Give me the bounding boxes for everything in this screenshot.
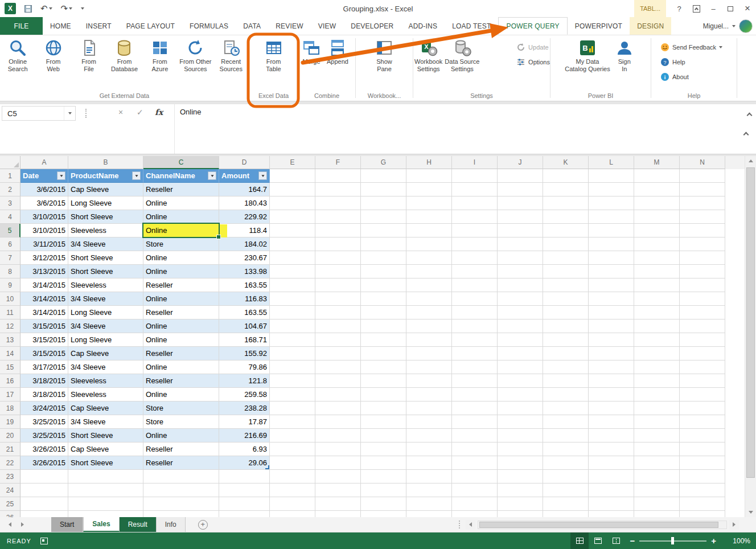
cell-K22[interactable]: [543, 456, 589, 470]
cell-L14[interactable]: [589, 347, 634, 360]
column-header-K[interactable]: K: [543, 156, 589, 169]
row-header-12[interactable]: 12: [0, 319, 20, 333]
cell-A3[interactable]: 3/6/2015: [20, 196, 68, 210]
cell-F22[interactable]: [315, 456, 361, 470]
cell-A13[interactable]: 3/15/2015: [20, 333, 68, 347]
hscroll-right-icon[interactable]: [729, 520, 739, 530]
cell-K11[interactable]: [543, 306, 589, 319]
row-header-8[interactable]: 8: [0, 265, 20, 278]
zoom-out-icon[interactable]: −: [625, 536, 639, 546]
row-header-20[interactable]: 20: [0, 429, 20, 443]
cell-J16[interactable]: [498, 374, 543, 388]
cell-A1[interactable]: Date: [20, 169, 68, 183]
cell-N20[interactable]: [680, 429, 725, 443]
maximize-icon[interactable]: [722, 0, 739, 17]
cell-F15[interactable]: [315, 360, 361, 374]
save-icon[interactable]: [24, 5, 32, 13]
cancel-icon[interactable]: ×: [118, 108, 123, 117]
insert-function-icon[interactable]: fx: [155, 108, 163, 117]
cell-K23[interactable]: [543, 470, 589, 484]
cell-C8[interactable]: Online: [143, 265, 219, 278]
column-header-J[interactable]: J: [498, 156, 543, 169]
column-header-N[interactable]: N: [680, 156, 725, 169]
cell-E23[interactable]: [270, 470, 315, 484]
row-header-7[interactable]: 7: [0, 251, 20, 265]
cell-I10[interactable]: [452, 292, 498, 306]
cell-L4[interactable]: [589, 210, 634, 224]
cell-I19[interactable]: [452, 415, 498, 429]
cell-A15[interactable]: 3/17/2015: [20, 360, 68, 374]
cell-M1[interactable]: [634, 169, 680, 183]
cell-N7[interactable]: [680, 251, 725, 265]
cell-A4[interactable]: 3/10/2015: [20, 210, 68, 224]
cell-M25[interactable]: [634, 497, 680, 511]
cell-D14[interactable]: 155.92: [219, 347, 270, 360]
cell-G8[interactable]: [361, 265, 406, 278]
cell-J21[interactable]: [498, 443, 543, 456]
cell-A16[interactable]: 3/18/2015: [20, 374, 68, 388]
cell-D16[interactable]: 121.8: [219, 374, 270, 388]
cell-L20[interactable]: [589, 429, 634, 443]
cell-G2[interactable]: [361, 183, 406, 196]
cell-L1[interactable]: [589, 169, 634, 183]
cell-E8[interactable]: [270, 265, 315, 278]
cell-F26[interactable]: [315, 511, 361, 517]
cell-G20[interactable]: [361, 429, 406, 443]
row-header-19[interactable]: 19: [0, 415, 20, 429]
cell-A21[interactable]: 3/26/2015: [20, 443, 68, 456]
cell-A11[interactable]: 3/14/2015: [20, 306, 68, 319]
cell-N15[interactable]: [680, 360, 725, 374]
cell-M4[interactable]: [634, 210, 680, 224]
cell-C15[interactable]: Online: [143, 360, 219, 374]
cell-J25[interactable]: [498, 497, 543, 511]
collapse-ribbon-icon[interactable]: [744, 129, 748, 544]
cell-C21[interactable]: Reseller: [143, 443, 219, 456]
worksheet-grid[interactable]: ABCDEFGHIJKLMN1DateProductNameChannelNam…: [0, 156, 745, 517]
cell-B19[interactable]: 3/4 Sleeve: [68, 415, 143, 429]
cell-E26[interactable]: [270, 511, 315, 517]
cell-M10[interactable]: [634, 292, 680, 306]
cell-B23[interactable]: [68, 470, 143, 484]
cell-I15[interactable]: [452, 360, 498, 374]
cell-H11[interactable]: [406, 306, 452, 319]
macro-record-icon[interactable]: [40, 538, 48, 544]
cell-G3[interactable]: [361, 196, 406, 210]
cell-A10[interactable]: 3/14/2015: [20, 292, 68, 306]
cell-G17[interactable]: [361, 388, 406, 401]
cell-M6[interactable]: [634, 237, 680, 251]
cell-M5[interactable]: [634, 224, 680, 237]
cell-J22[interactable]: [498, 456, 543, 470]
cell-E3[interactable]: [270, 196, 315, 210]
cell-M19[interactable]: [634, 415, 680, 429]
customize-qat-icon[interactable]: [81, 7, 84, 10]
tab-page-layout[interactable]: PAGE LAYOUT: [119, 17, 182, 35]
cell-I16[interactable]: [452, 374, 498, 388]
cell-C11[interactable]: Reseller: [143, 306, 219, 319]
tab-developer[interactable]: DEVELOPER: [343, 17, 401, 35]
cell-N11[interactable]: [680, 306, 725, 319]
cell-F18[interactable]: [315, 401, 361, 415]
sheet-tab-info[interactable]: Info: [157, 517, 186, 532]
tab-home[interactable]: HOME: [43, 17, 79, 35]
cell-J1[interactable]: [498, 169, 543, 183]
cell-K20[interactable]: [543, 429, 589, 443]
cell-G5[interactable]: [361, 224, 406, 237]
button-about[interactable]: iAbout: [660, 72, 722, 81]
cell-M21[interactable]: [634, 443, 680, 456]
column-header-C[interactable]: C: [143, 156, 219, 169]
cell-G19[interactable]: [361, 415, 406, 429]
cell-A23[interactable]: [20, 470, 68, 484]
button-from-azure[interactable]: FromAzure: [142, 38, 178, 73]
tab-data[interactable]: DATA: [236, 17, 268, 35]
cell-J5[interactable]: [498, 224, 543, 237]
cell-M24[interactable]: [634, 484, 680, 497]
cell-L21[interactable]: [589, 443, 634, 456]
cell-E18[interactable]: [270, 401, 315, 415]
cell-C25[interactable]: [143, 497, 219, 511]
cell-A26[interactable]: [20, 511, 68, 517]
cell-M9[interactable]: [634, 278, 680, 292]
cell-J23[interactable]: [498, 470, 543, 484]
cell-F5[interactable]: [315, 224, 361, 237]
cell-G7[interactable]: [361, 251, 406, 265]
cell-B25[interactable]: [68, 497, 143, 511]
